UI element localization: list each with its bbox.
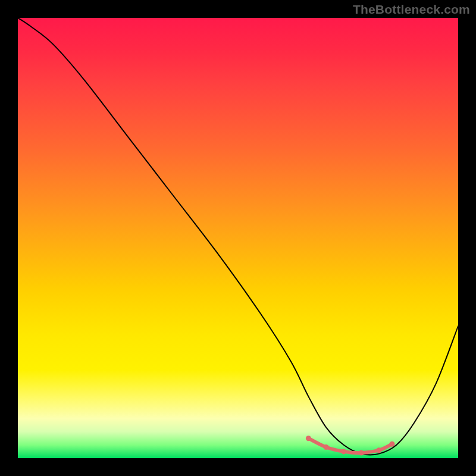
optimal-zone-dot [376,447,381,453]
watermark-label: TheBottleneck.com [353,2,470,17]
optimal-zone-dot [341,449,346,454]
chart-container: TheBottleneck.com [0,0,476,476]
optimal-zone-dot [390,441,395,447]
optimal-zone-dot [324,444,329,450]
optimal-zone-dot [306,436,311,441]
plot-area [18,18,458,458]
bottleneck-curve [18,18,458,455]
optimal-zone-dot [359,450,364,456]
curve-svg [18,18,458,458]
